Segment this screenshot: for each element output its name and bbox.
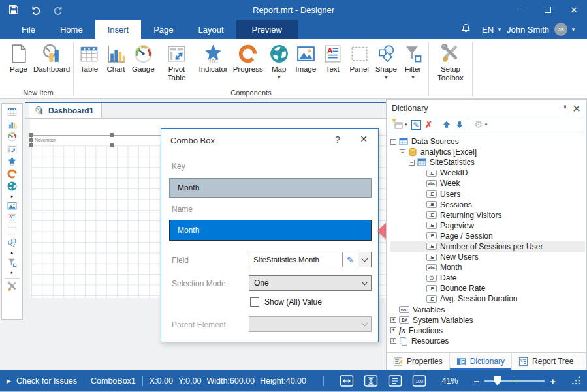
page-view-icon[interactable] <box>387 374 403 388</box>
name-input[interactable]: Month <box>169 220 372 241</box>
fit-page-height-icon[interactable] <box>363 374 379 388</box>
ribbon-button-shape[interactable]: Shape▾ <box>373 41 400 81</box>
dictionary-toolbar-delete-icon[interactable]: ✗ <box>423 118 435 131</box>
selection-mode-select[interactable]: One <box>249 275 372 291</box>
redo-button[interactable] <box>50 3 67 17</box>
tree-item-system-variables[interactable]: +Σ#System Variables <box>390 315 585 325</box>
show-all-value-checkbox[interactable] <box>250 297 259 307</box>
tree-item-page-session[interactable]: .EPage / Session <box>390 231 585 241</box>
parent-element-select[interactable] <box>249 316 372 332</box>
selection-handle[interactable] <box>29 138 33 142</box>
pin-icon[interactable] <box>559 102 571 114</box>
dictionary-toolbar-move-up-icon[interactable] <box>440 118 453 131</box>
check-for-issues-button[interactable]: Check for Issues <box>16 376 77 385</box>
zoom-slider-thumb[interactable] <box>494 376 501 385</box>
notifications-bell-icon[interactable] <box>461 23 475 35</box>
user-name[interactable]: John Smith <box>507 25 549 35</box>
panel-tab-dictionary[interactable]: Dictionary <box>450 353 512 370</box>
toolbox-shape-icon[interactable] <box>3 237 21 249</box>
toolbox-setup-toolbox-icon[interactable] <box>3 280 21 293</box>
menu-tab-page[interactable]: Page <box>141 20 185 39</box>
ribbon-button-chart[interactable]: Chart <box>103 41 129 74</box>
toolbox-table-icon[interactable] <box>3 106 21 118</box>
zoom-100-icon[interactable]: 100 <box>411 374 427 388</box>
tree-item-variables[interactable]: VARVariables <box>390 305 585 315</box>
fit-page-width-icon[interactable] <box>339 374 355 388</box>
toolbox-gauge-icon[interactable] <box>3 130 21 143</box>
menu-tab-file[interactable]: File <box>9 20 48 39</box>
toolbox-panel-icon[interactable] <box>3 224 21 237</box>
tree-item-returning-visitors[interactable]: .EReturning Visitors <box>390 210 585 220</box>
field-value[interactable]: SiteStatistics.Month <box>249 252 342 267</box>
flyout-caret-icon[interactable]: ▸ <box>11 249 14 256</box>
tree-item-bounce-rate[interactable]: .EBounce Rate <box>390 283 585 294</box>
language-selector[interactable]: EN <box>482 25 494 35</box>
close-button[interactable]: ✕ <box>561 0 587 20</box>
tree-item-functions[interactable]: +fxFunctions <box>390 325 585 336</box>
tree-item-date[interactable]: Date <box>390 273 585 283</box>
ribbon-button-setup-toolbox[interactable]: Setup Toolbox <box>431 41 470 83</box>
toolbox-chart-icon[interactable] <box>3 118 21 130</box>
undo-button[interactable] <box>27 3 44 17</box>
tree-expander-icon[interactable]: − <box>400 149 405 155</box>
tree-item-number-of-sessions-per-user[interactable]: .ENumber of Sessions per User <box>390 241 585 252</box>
selection-handle[interactable] <box>29 143 33 147</box>
flyout-caret-icon[interactable]: ▸ <box>11 269 14 276</box>
ribbon-button-panel[interactable]: Panel <box>346 41 373 74</box>
tree-item-avg-session-duration[interactable]: .EAvg. Session Duration <box>390 294 585 304</box>
ribbon-button-page[interactable]: Page <box>5 41 32 74</box>
dictionary-toolbar-edit-icon[interactable]: ✎ <box>409 118 423 131</box>
ribbon-button-text[interactable]: AText <box>319 41 346 74</box>
dictionary-toolbar-settings-gear-icon[interactable]: ⚙▾ <box>472 118 489 131</box>
ribbon-button-pivot-table[interactable]: Pivot Table <box>157 41 197 83</box>
tree-item-new-users[interactable]: .ENew Users <box>390 252 585 262</box>
flyout-caret-icon[interactable]: ▸ <box>11 192 14 200</box>
ribbon-button-image[interactable]: Image <box>293 41 319 74</box>
toolbox-pivot-table-icon[interactable] <box>3 143 21 155</box>
key-input[interactable]: Month <box>169 178 372 198</box>
dictionary-toolbar-move-down-icon[interactable] <box>453 118 466 131</box>
tree-expander-icon[interactable]: + <box>390 317 396 323</box>
ribbon-button-filter[interactable]: Filter▾ <box>400 41 426 81</box>
zoom-in-button[interactable]: + <box>550 376 556 387</box>
tree-expander-icon[interactable]: + <box>390 338 396 344</box>
field-dropdown-button[interactable] <box>358 252 371 267</box>
menu-tab-insert[interactable]: Insert <box>95 20 142 39</box>
tree-item-users[interactable]: .EUsers <box>390 188 585 199</box>
tree-expander-icon[interactable]: − <box>409 160 415 166</box>
ribbon-button-gauge[interactable]: Gauge <box>129 41 157 74</box>
tree-item-month[interactable]: abcMonth <box>390 262 585 273</box>
toolbox-text-icon[interactable]: A <box>3 212 21 224</box>
ribbon-button-progress[interactable]: Progress <box>230 41 266 74</box>
toolbox-indicator-icon[interactable]: 100 <box>3 155 21 168</box>
help-button[interactable]: ? <box>332 134 343 145</box>
zoom-out-button[interactable]: − <box>473 376 479 387</box>
user-avatar[interactable]: JS <box>554 23 567 36</box>
tree-item-analytics-excel[interactable]: −analytics [Excel] <box>390 147 585 157</box>
tab-dashboard1[interactable]: Dashboard1 <box>29 103 102 119</box>
toolbox-image-icon[interactable] <box>3 200 21 212</box>
tree-item-week[interactable]: abcWeek <box>390 178 585 188</box>
toolbox-progress-icon[interactable] <box>3 168 21 180</box>
tree-item-data-sources[interactable]: −Data Sources <box>390 136 585 147</box>
toolbox-map-icon[interactable] <box>3 180 21 192</box>
toolbox-filter-icon[interactable] <box>3 256 21 269</box>
menu-tab-home[interactable]: Home <box>48 20 95 39</box>
panel-tab-properties[interactable]: Properties <box>387 353 450 370</box>
panel-close-icon[interactable]: ✕ <box>571 102 582 115</box>
ribbon-button-table[interactable]: Table <box>76 41 103 74</box>
menu-tab-layout[interactable]: Layout <box>186 20 236 39</box>
selection-handle[interactable] <box>110 143 114 147</box>
panel-tab-report-tree[interactable]: Report Tree <box>512 353 580 370</box>
selection-handle[interactable] <box>110 133 114 137</box>
tree-item-resources[interactable]: +Resources <box>390 336 585 346</box>
tree-item-sessions[interactable]: .ESessions <box>390 200 585 210</box>
dialog-close-button[interactable]: ✕ <box>357 134 370 144</box>
tree-item-pageview[interactable]: .EPageview <box>390 220 585 231</box>
save-button[interactable] <box>5 3 22 17</box>
ribbon-button-dashboard[interactable]: Dashboard <box>32 41 71 74</box>
maximize-button[interactable] <box>535 0 561 20</box>
selection-handle[interactable] <box>29 133 33 137</box>
tree-item-sitestatistics[interactable]: −SiteStatistics <box>390 157 585 168</box>
minimize-button[interactable] <box>509 0 535 20</box>
